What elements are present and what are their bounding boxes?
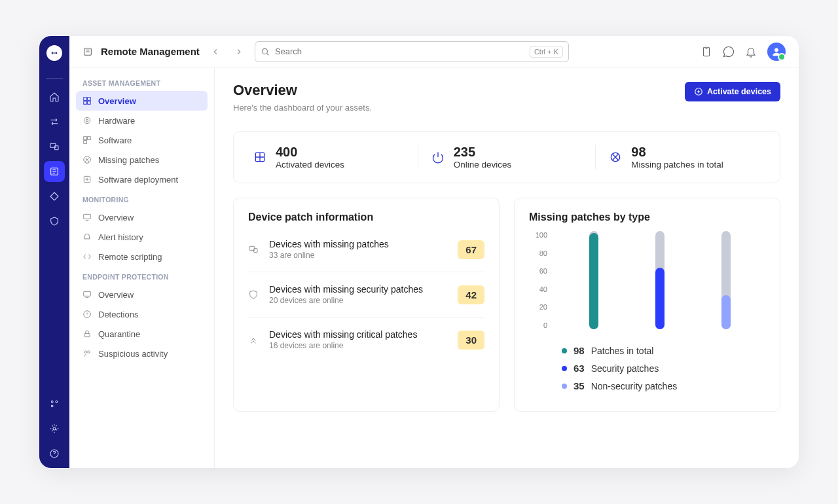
page-header: Overview Here's the dashboard of your as…: [233, 82, 780, 113]
legend-dot: [562, 384, 567, 389]
rail-settings-icon[interactable]: [44, 418, 65, 439]
rail-devices-icon[interactable]: [44, 136, 65, 157]
rail-tag-icon[interactable]: [44, 186, 65, 207]
rail-shield-icon[interactable]: [44, 211, 65, 232]
nav-rail: [39, 36, 69, 468]
patches-icon: [82, 155, 92, 164]
chart-legend: 98Patches in total 63Security patches 35…: [529, 345, 765, 391]
chart-bar: [655, 231, 665, 329]
sidebar-item-software-deployment[interactable]: Software deployment: [76, 170, 208, 189]
legend-value: 35: [574, 380, 585, 391]
panels-row: Device patch information Devices with mi…: [233, 198, 780, 412]
rail-help-icon[interactable]: [44, 443, 65, 464]
stat-value: 98: [631, 145, 723, 160]
sidebar-item-monitoring-overview[interactable]: Overview: [76, 207, 208, 227]
activate-devices-button[interactable]: Activate devices: [685, 82, 780, 101]
search-box[interactable]: Ctrl + K: [255, 41, 569, 62]
nav-label: Missing patches: [98, 155, 159, 165]
nav-label: Software: [98, 135, 132, 145]
svg-point-27: [84, 351, 87, 353]
rail-home-icon[interactable]: [44, 86, 65, 107]
search-icon: [261, 47, 270, 56]
legend-item: 63Security patches: [562, 363, 765, 374]
rail-transfer-icon[interactable]: [44, 111, 65, 132]
svg-point-5: [51, 405, 53, 407]
svg-rect-13: [88, 98, 91, 101]
main-column: Remote Management Ctrl + K ASSET MANAGEM…: [69, 36, 799, 468]
row-subtitle: 20 devices are online: [269, 296, 423, 305]
nav-label: Detections: [98, 310, 138, 319]
row-subtitle: 33 are online: [269, 251, 389, 260]
monitor-icon: [82, 213, 92, 222]
svg-rect-18: [84, 137, 87, 140]
device-patch-information-panel: Device patch information Devices with mi…: [233, 198, 500, 412]
ytick: 60: [529, 267, 547, 275]
app-logo[interactable]: [46, 45, 62, 61]
nav-label: Software deployment: [98, 175, 178, 185]
svg-rect-15: [88, 101, 91, 105]
sidebar-item-software[interactable]: Software: [76, 130, 208, 150]
nav-label: Hardware: [98, 116, 135, 126]
sidebar-item-overview[interactable]: Overview: [76, 91, 208, 111]
notifications-icon[interactable]: [745, 46, 757, 58]
sidebar-item-quarantine[interactable]: Quarantine: [76, 324, 208, 344]
ytick: 100: [529, 231, 547, 239]
panel-title: Missing patches by type: [529, 211, 765, 223]
grid-icon: [253, 151, 266, 164]
nav-label: Overview: [98, 290, 134, 300]
software-icon: [82, 135, 92, 145]
patch-icon: [609, 151, 622, 164]
chevrons-up-icon: [248, 334, 259, 345]
nav-label: Overview: [98, 213, 134, 223]
missing-patches-by-type-panel: Missing patches by type 100 80 60 40 20 …: [514, 198, 780, 412]
svg-point-11: [774, 48, 778, 51]
stat-label: Online devices: [454, 160, 512, 170]
power-icon: [431, 151, 445, 164]
shield-icon: [248, 289, 259, 300]
content-area: Overview Here's the dashboard of your as…: [215, 67, 799, 468]
sidebar-item-detections[interactable]: Detections: [76, 304, 208, 324]
sidebar: ASSET MANAGEMENT Overview Hardware Softw…: [69, 67, 215, 468]
chart-bar: [589, 231, 598, 329]
row-title: Devices with missing patches: [269, 239, 389, 249]
legend-item: 35Non-security patches: [562, 380, 765, 391]
page-breadcrumb: Remote Management: [101, 46, 200, 57]
stat-value: 235: [454, 145, 512, 160]
devices-icon: [248, 244, 259, 255]
plus-circle-icon: [694, 87, 703, 96]
row-count: 42: [458, 285, 484, 304]
stat-online-devices: 235Online devices: [418, 145, 596, 170]
svg-point-28: [88, 351, 90, 353]
nav-label: Overview: [98, 96, 136, 106]
rail-management-icon[interactable]: [44, 161, 65, 182]
sidebar-item-ep-overview[interactable]: Overview: [76, 285, 208, 304]
ytick: 40: [529, 285, 547, 293]
legend-label: Security patches: [591, 363, 659, 374]
search-input[interactable]: [275, 46, 524, 56]
sidebar-item-suspicious-activity[interactable]: Suspicious activity: [76, 344, 208, 363]
hardware-icon: [82, 116, 92, 125]
ytick: 20: [529, 303, 547, 311]
section-title-monitoring: MONITORING: [82, 196, 201, 204]
row-count: 30: [458, 331, 484, 350]
messages-icon[interactable]: [723, 46, 735, 58]
user-avatar[interactable]: [767, 43, 786, 61]
row-title: Devices with missing critical patches: [269, 329, 417, 340]
nav-back-button[interactable]: [208, 44, 223, 60]
sidebar-item-alert-history[interactable]: Alert history: [76, 227, 208, 247]
sidebar-item-missing-patches[interactable]: Missing patches: [76, 150, 208, 170]
page-title: Overview: [233, 82, 372, 99]
legend-value: 63: [574, 363, 585, 374]
svg-rect-12: [84, 98, 87, 101]
stat-label: Missing patches in total: [631, 160, 723, 170]
svg-rect-19: [88, 137, 91, 140]
sidebar-item-remote-scripting[interactable]: Remote scripting: [76, 247, 208, 266]
whatsnew-icon[interactable]: [701, 46, 712, 58]
nav-forward-button[interactable]: [231, 44, 247, 60]
legend-label: Patches in total: [591, 346, 654, 356]
lock-icon: [82, 329, 92, 338]
rail-integrations-icon[interactable]: [44, 393, 65, 414]
svg-rect-14: [84, 101, 87, 105]
sidebar-item-hardware[interactable]: Hardware: [76, 111, 208, 130]
svg-rect-23: [84, 214, 91, 219]
